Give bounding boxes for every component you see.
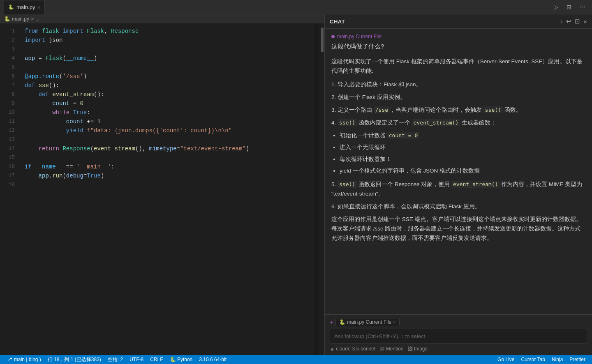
scrollbar-thumb[interactable] [321, 28, 324, 52]
cursortab-label: Cursor Tab [521, 357, 545, 362]
branch-label: main | bing ) [14, 357, 41, 362]
code-line: if __name__ == '__main__': [25, 162, 314, 171]
minimap [314, 23, 319, 355]
add-context-icon[interactable]: + [330, 319, 333, 325]
line-number: 11 [0, 117, 21, 126]
statusbar-eol[interactable]: CRLF [147, 355, 166, 364]
statusbar-prettier[interactable]: Prettier [566, 355, 589, 364]
expand-icon[interactable]: ⊡ [575, 18, 580, 25]
sub-item-4: yield 一个格式化的字符串，包含 JSON 格式的计数数据 [340, 166, 585, 176]
language-label: 🐍 Python [170, 357, 193, 362]
new-chat-icon[interactable]: + [559, 18, 563, 25]
code-content[interactable]: from flask import Flask, Responseimport … [21, 23, 314, 355]
answer-item-3: 3. 定义一个路由 /sse，当客户端访问这个路由时，会触发 sse() 函数。 [331, 106, 585, 115]
statusbar-cursortab[interactable]: Cursor Tab [518, 355, 548, 364]
line-number: 5 [0, 63, 21, 72]
code-line: yield f"data: {json.dumps({'count': coun… [25, 126, 314, 135]
code-line: return Response(event_stream(), mimetype… [25, 144, 314, 153]
line-number: 8 [0, 90, 21, 99]
code-line: def sse(): [25, 81, 314, 90]
statusbar-python-version[interactable]: 3.10.6 64-bit [196, 355, 230, 364]
tab-label: main.py [16, 4, 35, 10]
answer-item-6: 6. 如果直接运行这个脚本，会以调试模式启动 Flask 应用。 [331, 202, 585, 212]
statusbar-encoding[interactable]: UTF-8 [126, 355, 147, 364]
scrollbar-track[interactable] [319, 23, 324, 355]
breadcrumb: 🐍 main.py > ... [0, 14, 324, 23]
line-number: 12 [0, 126, 21, 135]
code-line: while True: [25, 108, 314, 117]
breadcrumb-file[interactable]: main.py [12, 16, 29, 22]
context-tag-label: main.py Current File [347, 319, 391, 325]
history-icon[interactable]: ↩ [566, 18, 571, 25]
chat-body[interactable]: main.py Current File 这段代码做了什么? 这段代码实现了一个… [325, 29, 592, 314]
answer-intro: 这段代码实现了一个使用 Flask 框架的简单服务器端事件（Server-Sen… [331, 57, 585, 76]
breadcrumb-more[interactable]: ... [35, 16, 39, 22]
line-number: 13 [0, 135, 21, 144]
statusbar-position[interactable]: 行 18，列 1 (已选择383) [44, 355, 104, 364]
remove-context-icon[interactable]: × [393, 320, 395, 325]
line-number: 2 [0, 36, 21, 45]
sub-item-2: 进入一个无限循环 [340, 143, 585, 152]
code-line: app.run(debug=True) [25, 171, 314, 180]
statusbar-language[interactable]: 🐍 Python [166, 355, 196, 364]
titlebar-actions: ▷ ⊟ ⋯ [551, 3, 588, 11]
statusbar: ⎇ main | bing ) 行 18，列 1 (已选择383) 空格: 2 … [0, 355, 592, 364]
context-tag-icon: 🐍 [339, 319, 345, 325]
chat-input-box[interactable]: Ask followup (Ctrl+Shift+Y), ↑ to select [330, 329, 587, 343]
split-editor-icon[interactable]: ⊟ [564, 3, 574, 11]
statusbar-branch[interactable]: ⎇ main | bing ) [3, 355, 44, 364]
image-button[interactable]: 🖼 Image [408, 346, 428, 352]
statusbar-spaces[interactable]: 空格: 2 [104, 355, 126, 364]
line-number: 6 [0, 72, 21, 81]
golive-label: Go Live [497, 357, 514, 362]
editor-panel: 🐍 main.py > ... 123456789101112131415161… [0, 14, 325, 355]
more-actions-icon[interactable]: ⋯ [577, 3, 588, 11]
answer-item-2: 2. 创建一个 Flask 应用实例。 [331, 93, 585, 102]
tab-close-icon[interactable]: × [38, 5, 40, 10]
line-numbers: 123456789101112131415161718 [0, 23, 21, 355]
close-chat-icon[interactable]: × [583, 18, 587, 25]
statusbar-golive[interactable]: Go Live [494, 355, 518, 364]
code-line: @app.route('/sse') [25, 72, 314, 81]
main-content: 🐍 main.py > ... 123456789101112131415161… [0, 14, 592, 355]
ninja-label: Ninja [552, 357, 563, 362]
input-context-tag[interactable]: 🐍 main.py Current File × [335, 318, 399, 326]
eol-label: CRLF [150, 357, 163, 362]
chat-input-area: + 🐍 main.py Current File × Ask followup … [325, 314, 592, 355]
input-placeholder: Ask followup (Ctrl+Shift+Y), ↑ to select [334, 333, 425, 339]
chat-title: CHAT [330, 18, 345, 25]
chat-panel: CHAT + ↩ ⊡ × main.py Current File 这段代码做了… [325, 14, 592, 355]
editor-tab[interactable]: 🐍 main.py × [4, 0, 45, 14]
context-file-label: main.py Current File [337, 34, 382, 39]
line-number: 4 [0, 54, 21, 63]
line-number: 17 [0, 171, 21, 180]
encoding-label: UTF-8 [130, 357, 143, 362]
run-icon[interactable]: ▷ [551, 3, 561, 11]
branch-icon: ⎇ [7, 357, 12, 362]
line-number: 14 [0, 144, 21, 153]
prettier-label: Prettier [569, 357, 585, 362]
line-number: 1 [0, 27, 21, 36]
chat-header: CHAT + ↩ ⊡ × [325, 14, 592, 29]
statusbar-right: Go Live Cursor Tab Ninja Prettier [494, 355, 589, 364]
line-number: 16 [0, 162, 21, 171]
statusbar-ninja[interactable]: Ninja [548, 355, 566, 364]
line-number: 15 [0, 153, 21, 162]
answer-item-5: 5. sse() 函数返回一个 Response 对象，使用 event_str… [331, 180, 585, 199]
code-line: count = 0 [25, 99, 314, 108]
code-line: def event_stream(): [25, 90, 314, 99]
code-line [25, 63, 314, 72]
code-line [25, 45, 314, 54]
code-area[interactable]: 123456789101112131415161718 from flask i… [0, 23, 324, 355]
model-selector[interactable]: ▲ claude-3.5-sonnet [330, 346, 375, 352]
code-line [25, 153, 314, 162]
titlebar: 🐍 main.py × ▷ ⊟ ⋯ [0, 0, 592, 14]
breadcrumb-sep: > [31, 16, 34, 22]
sub-item-1: 初始化一个计数器 count = 0 [340, 131, 585, 141]
line-number: 7 [0, 81, 21, 90]
input-context: + 🐍 main.py Current File × [330, 318, 587, 326]
code-line: import json [25, 36, 314, 45]
code-line [25, 180, 314, 189]
mention-button[interactable]: @ Mention [379, 346, 403, 352]
file-icon-small: 🐍 [4, 16, 10, 22]
